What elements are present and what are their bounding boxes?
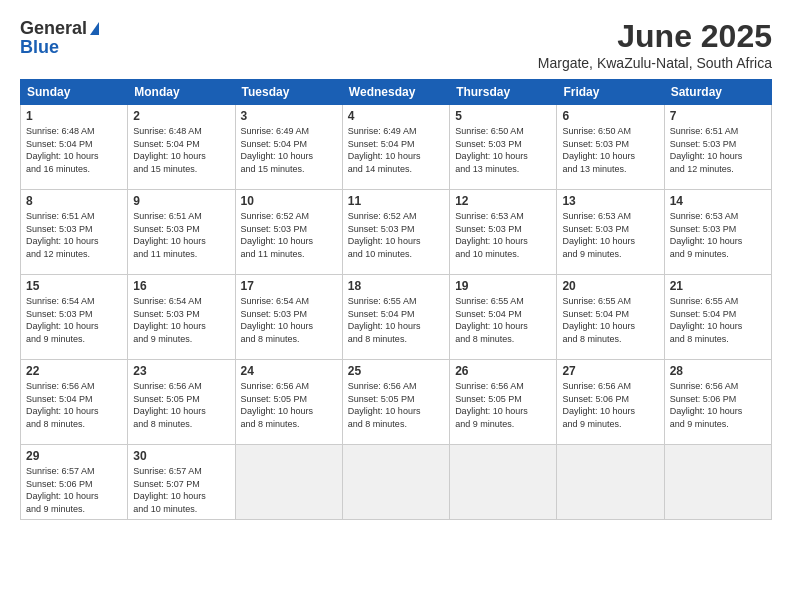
table-row: 11Sunrise: 6:52 AMSunset: 5:03 PMDayligh…	[342, 190, 449, 275]
day-number: 5	[455, 109, 551, 123]
table-row: 15Sunrise: 6:54 AMSunset: 5:03 PMDayligh…	[21, 275, 128, 360]
day-number: 20	[562, 279, 658, 293]
day-number: 22	[26, 364, 122, 378]
day-info: Sunrise: 6:56 AMSunset: 5:05 PMDaylight:…	[348, 380, 444, 430]
day-info: Sunrise: 6:52 AMSunset: 5:03 PMDaylight:…	[241, 210, 337, 260]
table-row: 29Sunrise: 6:57 AMSunset: 5:06 PMDayligh…	[21, 445, 128, 520]
day-number: 21	[670, 279, 766, 293]
table-row: 17Sunrise: 6:54 AMSunset: 5:03 PMDayligh…	[235, 275, 342, 360]
day-number: 19	[455, 279, 551, 293]
table-row: 14Sunrise: 6:53 AMSunset: 5:03 PMDayligh…	[664, 190, 771, 275]
day-number: 14	[670, 194, 766, 208]
day-info: Sunrise: 6:55 AMSunset: 5:04 PMDaylight:…	[562, 295, 658, 345]
day-number: 7	[670, 109, 766, 123]
day-info: Sunrise: 6:55 AMSunset: 5:04 PMDaylight:…	[455, 295, 551, 345]
day-number: 29	[26, 449, 122, 463]
table-row: 22Sunrise: 6:56 AMSunset: 5:04 PMDayligh…	[21, 360, 128, 445]
day-info: Sunrise: 6:56 AMSunset: 5:04 PMDaylight:…	[26, 380, 122, 430]
day-info: Sunrise: 6:54 AMSunset: 5:03 PMDaylight:…	[26, 295, 122, 345]
table-row: 8Sunrise: 6:51 AMSunset: 5:03 PMDaylight…	[21, 190, 128, 275]
day-number: 4	[348, 109, 444, 123]
day-number: 23	[133, 364, 229, 378]
table-row: 4Sunrise: 6:49 AMSunset: 5:04 PMDaylight…	[342, 105, 449, 190]
header-monday: Monday	[128, 80, 235, 105]
day-number: 9	[133, 194, 229, 208]
title-section: June 2025 Margate, KwaZulu-Natal, South …	[538, 18, 772, 71]
table-row: 21Sunrise: 6:55 AMSunset: 5:04 PMDayligh…	[664, 275, 771, 360]
day-number: 15	[26, 279, 122, 293]
table-row: 5Sunrise: 6:50 AMSunset: 5:03 PMDaylight…	[450, 105, 557, 190]
table-row: 30Sunrise: 6:57 AMSunset: 5:07 PMDayligh…	[128, 445, 235, 520]
table-row: 7Sunrise: 6:51 AMSunset: 5:03 PMDaylight…	[664, 105, 771, 190]
day-info: Sunrise: 6:56 AMSunset: 5:06 PMDaylight:…	[562, 380, 658, 430]
logo: General Blue	[20, 18, 99, 58]
table-row: 10Sunrise: 6:52 AMSunset: 5:03 PMDayligh…	[235, 190, 342, 275]
table-row: 13Sunrise: 6:53 AMSunset: 5:03 PMDayligh…	[557, 190, 664, 275]
day-info: Sunrise: 6:56 AMSunset: 5:05 PMDaylight:…	[455, 380, 551, 430]
header-sunday: Sunday	[21, 80, 128, 105]
day-info: Sunrise: 6:57 AMSunset: 5:06 PMDaylight:…	[26, 465, 122, 515]
day-info: Sunrise: 6:49 AMSunset: 5:04 PMDaylight:…	[241, 125, 337, 175]
table-row: 1Sunrise: 6:48 AMSunset: 5:04 PMDaylight…	[21, 105, 128, 190]
logo-general: General	[20, 18, 87, 39]
day-info: Sunrise: 6:52 AMSunset: 5:03 PMDaylight:…	[348, 210, 444, 260]
day-info: Sunrise: 6:53 AMSunset: 5:03 PMDaylight:…	[670, 210, 766, 260]
day-info: Sunrise: 6:53 AMSunset: 5:03 PMDaylight:…	[562, 210, 658, 260]
day-number: 26	[455, 364, 551, 378]
day-number: 16	[133, 279, 229, 293]
day-info: Sunrise: 6:54 AMSunset: 5:03 PMDaylight:…	[133, 295, 229, 345]
day-number: 2	[133, 109, 229, 123]
table-row: 23Sunrise: 6:56 AMSunset: 5:05 PMDayligh…	[128, 360, 235, 445]
day-number: 12	[455, 194, 551, 208]
page: General Blue June 2025 Margate, KwaZulu-…	[0, 0, 792, 612]
day-info: Sunrise: 6:51 AMSunset: 5:03 PMDaylight:…	[26, 210, 122, 260]
table-row	[342, 445, 449, 520]
table-row: 18Sunrise: 6:55 AMSunset: 5:04 PMDayligh…	[342, 275, 449, 360]
day-number: 30	[133, 449, 229, 463]
table-row: 16Sunrise: 6:54 AMSunset: 5:03 PMDayligh…	[128, 275, 235, 360]
day-number: 13	[562, 194, 658, 208]
table-row: 9Sunrise: 6:51 AMSunset: 5:03 PMDaylight…	[128, 190, 235, 275]
day-number: 25	[348, 364, 444, 378]
day-number: 17	[241, 279, 337, 293]
table-row	[664, 445, 771, 520]
day-number: 1	[26, 109, 122, 123]
table-row	[450, 445, 557, 520]
day-info: Sunrise: 6:56 AMSunset: 5:06 PMDaylight:…	[670, 380, 766, 430]
day-info: Sunrise: 6:51 AMSunset: 5:03 PMDaylight:…	[670, 125, 766, 175]
day-number: 28	[670, 364, 766, 378]
day-info: Sunrise: 6:48 AMSunset: 5:04 PMDaylight:…	[26, 125, 122, 175]
day-number: 18	[348, 279, 444, 293]
day-info: Sunrise: 6:56 AMSunset: 5:05 PMDaylight:…	[133, 380, 229, 430]
table-row: 6Sunrise: 6:50 AMSunset: 5:03 PMDaylight…	[557, 105, 664, 190]
day-info: Sunrise: 6:56 AMSunset: 5:05 PMDaylight:…	[241, 380, 337, 430]
day-number: 3	[241, 109, 337, 123]
calendar-table: Sunday Monday Tuesday Wednesday Thursday…	[20, 79, 772, 520]
header-tuesday: Tuesday	[235, 80, 342, 105]
table-row: 28Sunrise: 6:56 AMSunset: 5:06 PMDayligh…	[664, 360, 771, 445]
day-info: Sunrise: 6:53 AMSunset: 5:03 PMDaylight:…	[455, 210, 551, 260]
day-info: Sunrise: 6:55 AMSunset: 5:04 PMDaylight:…	[670, 295, 766, 345]
header: General Blue June 2025 Margate, KwaZulu-…	[20, 18, 772, 71]
day-number: 6	[562, 109, 658, 123]
table-row: 12Sunrise: 6:53 AMSunset: 5:03 PMDayligh…	[450, 190, 557, 275]
day-info: Sunrise: 6:54 AMSunset: 5:03 PMDaylight:…	[241, 295, 337, 345]
table-row: 26Sunrise: 6:56 AMSunset: 5:05 PMDayligh…	[450, 360, 557, 445]
day-info: Sunrise: 6:48 AMSunset: 5:04 PMDaylight:…	[133, 125, 229, 175]
day-number: 24	[241, 364, 337, 378]
calendar-header-row: Sunday Monday Tuesday Wednesday Thursday…	[21, 80, 772, 105]
day-info: Sunrise: 6:49 AMSunset: 5:04 PMDaylight:…	[348, 125, 444, 175]
table-row	[235, 445, 342, 520]
table-row: 25Sunrise: 6:56 AMSunset: 5:05 PMDayligh…	[342, 360, 449, 445]
day-number: 11	[348, 194, 444, 208]
header-saturday: Saturday	[664, 80, 771, 105]
header-wednesday: Wednesday	[342, 80, 449, 105]
day-info: Sunrise: 6:50 AMSunset: 5:03 PMDaylight:…	[455, 125, 551, 175]
table-row	[557, 445, 664, 520]
day-info: Sunrise: 6:51 AMSunset: 5:03 PMDaylight:…	[133, 210, 229, 260]
day-number: 8	[26, 194, 122, 208]
month-title: June 2025	[538, 18, 772, 55]
day-number: 10	[241, 194, 337, 208]
day-info: Sunrise: 6:50 AMSunset: 5:03 PMDaylight:…	[562, 125, 658, 175]
day-info: Sunrise: 6:55 AMSunset: 5:04 PMDaylight:…	[348, 295, 444, 345]
